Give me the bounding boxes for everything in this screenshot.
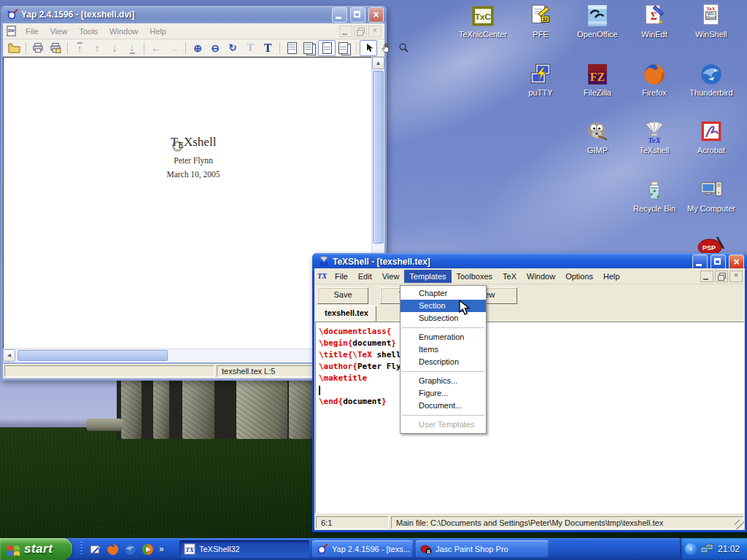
menu-item-description[interactable]: Description (400, 356, 486, 368)
view-spread-icon[interactable] (336, 40, 353, 56)
texshell-menu-help[interactable]: Help (598, 270, 625, 283)
mdi-minimize-icon[interactable] (339, 26, 352, 37)
menu-item-graphics[interactable]: Graphics... (400, 375, 486, 387)
quick-launch-media-player-icon[interactable] (142, 543, 154, 556)
maximize-button[interactable] (350, 7, 365, 23)
open-icon[interactable] (5, 40, 23, 56)
texshell-menu-file[interactable]: File (330, 270, 353, 283)
desktop-icon-openoffice[interactable]: OpenOffice (569, 4, 626, 39)
code-line: \author{Peter Fly (319, 361, 401, 373)
tab-texshell-tex[interactable]: texshell.tex (317, 306, 376, 322)
yap-menu-help[interactable]: Help (144, 25, 172, 38)
view-page-icon[interactable] (318, 40, 336, 56)
refresh-icon[interactable]: ↻ (224, 40, 241, 56)
texshell-menu-edit[interactable]: Edit (353, 270, 377, 283)
yap-menu-window[interactable]: Window (104, 25, 144, 38)
print-preview-icon[interactable] (47, 40, 64, 56)
taskbar-button-psp[interactable]: 8Jasc Paint Shop Pro (416, 540, 549, 558)
yap-menu-file[interactable]: File (20, 25, 44, 38)
view-single-icon[interactable] (283, 40, 301, 56)
mdi-close-icon[interactable]: × (368, 26, 382, 37)
texshell-menu-window[interactable]: Window (522, 270, 560, 283)
close-button[interactable]: × (729, 254, 744, 270)
tray-collapse-chevron[interactable]: ‹ (685, 543, 697, 555)
paint-shop-pro-desktop-icon[interactable]: PSP (694, 235, 727, 254)
resize-grip[interactable] (735, 520, 744, 529)
quick-launch-thunderbird-icon[interactable] (124, 543, 136, 556)
yap-menu-view[interactable]: View (44, 25, 74, 38)
quick-launch-firefox-icon[interactable] (107, 543, 119, 556)
minimize-button[interactable] (332, 7, 347, 23)
texshell-menu-view[interactable]: View (377, 270, 405, 283)
yap-window-title: Yap 2.4.1596 - [texshell.dvi] (21, 9, 329, 20)
desktop-icon-label: PFE (512, 30, 569, 39)
mdi-restore-icon[interactable] (354, 26, 367, 37)
zoom-out-icon[interactable]: ⊖ (206, 40, 224, 56)
desktop-icon-filezilla[interactable]: FZFileZilla (569, 62, 626, 97)
last-page-icon[interactable]: ↓ (123, 40, 141, 56)
menu-item-chapter[interactable]: Chapter (400, 287, 486, 300)
menu-item-document[interactable]: Document... (400, 400, 486, 412)
code-line: \title{\TeX shell} (319, 349, 406, 361)
texshell-menu-options[interactable]: Options (560, 270, 598, 283)
document-author: Peter Flynn (4, 156, 383, 165)
horizontal-scroll-thumb[interactable] (18, 350, 168, 361)
desktop-icon-gimp[interactable]: GIMP (569, 120, 626, 155)
yap-menu-tools[interactable]: Tools (73, 25, 104, 38)
desktop-icon-putty[interactable]: puTTY (512, 62, 569, 97)
menu-item-enumeration[interactable]: Enumeration (400, 331, 486, 343)
page-down-icon[interactable]: ↓ (106, 40, 123, 56)
back-icon[interactable]: ← (147, 40, 165, 56)
mdi-minimize-icon[interactable] (700, 271, 713, 282)
menu-item-figure[interactable]: Figure... (400, 387, 486, 400)
texshell-menu-toolboxes[interactable]: Toolboxes (452, 270, 498, 283)
vertical-scroll-thumb[interactable] (373, 71, 384, 244)
desktop-icon-pfe[interactable]: 32PFE (512, 4, 569, 39)
save-button[interactable]: Save (317, 287, 368, 304)
taskbar-button-texshell[interactable]: TXTeXShell32 (179, 540, 309, 558)
desktop-icon-texniccenter[interactable]: TxCTeXnicCenter (454, 4, 511, 39)
mdi-restore-icon[interactable] (715, 271, 728, 282)
zoom-in-icon[interactable]: ⊕ (189, 40, 206, 56)
desktop-icon-mycomputer[interactable]: My Computer (683, 178, 740, 213)
menu-item-subsection[interactable]: Subsection (400, 312, 486, 324)
hand-icon[interactable] (377, 40, 395, 56)
desktop-icon-label: GIMP (569, 146, 626, 155)
desktop-icon-label: puTTY (512, 88, 569, 97)
view-double-icon[interactable] (301, 40, 318, 56)
code-editor[interactable]: \documentclass{\begin{document}\title{\T… (315, 322, 744, 513)
taskbar-button-yap[interactable]: Yap 2.4.1596 - [texs... (312, 540, 413, 558)
texshell-menu-tex[interactable]: TeX (498, 270, 522, 283)
page-up-icon[interactable]: ↑ (88, 40, 106, 56)
texshell-tabrow: texshell.tex (314, 304, 745, 322)
text-icon[interactable]: T (259, 40, 276, 56)
desktop-icon-thunderbird[interactable]: Thunderbird (683, 62, 740, 97)
print-icon[interactable] (29, 40, 47, 56)
network-tray-icon[interactable] (700, 543, 714, 555)
mdi-close-icon[interactable]: × (729, 271, 743, 282)
yap-titlebar[interactable]: Yap 2.4.1596 - [texshell.dvi] × (1, 6, 387, 23)
start-button[interactable]: start (0, 538, 72, 560)
desktop-icon-winshell[interactable]: TeXWinShellWinShell (683, 4, 740, 39)
scroll-up-button[interactable]: ▲ (372, 57, 384, 69)
desktop-icon-acrobat[interactable]: Acrobat (683, 120, 740, 155)
minimize-button[interactable] (692, 254, 708, 270)
texshell-menu-templates[interactable]: Templates (404, 270, 451, 283)
menu-item-items[interactable]: Items (400, 343, 486, 356)
maximize-button[interactable] (711, 254, 726, 270)
first-page-icon[interactable]: ↑ (71, 40, 88, 56)
desktop-icon-firefox[interactable]: Firefox (626, 62, 683, 97)
quick-launch-show-desktop-icon[interactable] (89, 543, 101, 556)
desktop-icon-recyclebin[interactable]: Recycle Bin (626, 178, 683, 213)
desktop-icon-winedt[interactable]: ΣWinEdt (626, 4, 683, 39)
quick-launch-overflow-chevron[interactable]: » (159, 544, 164, 554)
magnifier-icon[interactable] (395, 40, 412, 56)
menu-item-section[interactable]: Section (400, 300, 486, 312)
pointer-icon[interactable] (360, 40, 377, 56)
text-sketch-icon[interactable]: T (241, 40, 259, 56)
desktop-icon-texshell[interactable]: TeXTeXshell (626, 120, 683, 155)
close-button[interactable]: × (368, 7, 384, 23)
scroll-left-button[interactable]: ◄ (3, 349, 15, 362)
forward-icon[interactable]: → (165, 40, 182, 56)
menu-item-user-templates[interactable]: User Templates (400, 419, 486, 431)
